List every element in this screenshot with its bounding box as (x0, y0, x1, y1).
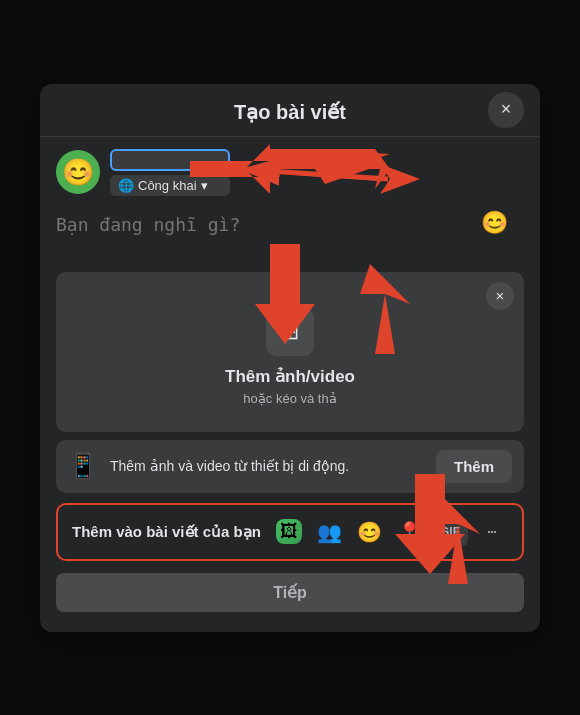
avatar: 😊 (56, 150, 100, 194)
media-upload-area[interactable]: × ⊞ Thêm ảnh/video hoặc kéo và thả (56, 272, 524, 432)
add-to-post-row: Thêm vào bài viết của bạn 🖼 👥 😊 📍 (56, 503, 524, 561)
upload-icon-box: ⊞ (266, 308, 314, 356)
privacy-chevron-icon: ▾ (201, 178, 208, 193)
mobile-add-row: 📱 Thêm ảnh và video từ thiết bị di động.… (56, 440, 524, 493)
privacy-globe-icon: 🌐 (118, 178, 134, 193)
location-icon[interactable]: 📍 (392, 515, 426, 549)
mobile-device-icon: 📱 (68, 452, 98, 480)
more-options-icon[interactable]: ··· (474, 515, 508, 549)
tag-people-icon[interactable]: 👥 (312, 515, 346, 549)
modal-header: Tạo bài viết × (40, 84, 540, 137)
user-info: 🌐 Công khai ▾ (110, 149, 230, 196)
mobile-add-button[interactable]: Thêm (436, 450, 512, 483)
post-text-input[interactable] (56, 210, 524, 264)
user-row: 😊 🌐 Công khai ▾ (56, 149, 524, 196)
mobile-add-text: Thêm ảnh và video từ thiết bị di động. (110, 458, 424, 474)
emoji-picker-button[interactable]: 😊 (481, 210, 508, 236)
user-name-box (110, 149, 230, 171)
modal-body: 😊 🌐 Công khai ▾ 😊 (40, 137, 540, 632)
post-action-icons: 🖼 👥 😊 📍 GIF (272, 515, 508, 549)
upload-title: Thêm ảnh/video (225, 366, 355, 387)
media-upload-close-button[interactable]: × (486, 282, 514, 310)
privacy-button[interactable]: 🌐 Công khai ▾ (110, 175, 230, 196)
add-to-post-label: Thêm vào bài viết của bạn (72, 523, 262, 541)
modal-title: Tạo bài viết (234, 101, 346, 123)
upload-subtitle: hoặc kéo và thả (243, 391, 336, 406)
gif-label: GIF (440, 525, 460, 539)
gif-icon[interactable]: GIF (432, 518, 468, 546)
privacy-label: Công khai (138, 178, 197, 193)
continue-button[interactable]: Tiếp (56, 573, 524, 612)
feeling-icon[interactable]: 😊 (352, 515, 386, 549)
post-input-row: 😊 (56, 206, 524, 268)
close-button[interactable]: × (488, 92, 524, 128)
upload-plus-icon: ⊞ (281, 319, 299, 345)
photo-video-icon[interactable]: 🖼 (272, 515, 306, 549)
create-post-modal: Tạo bài viết × 😊 🌐 Công khai ▾ (40, 84, 540, 632)
more-dots: ··· (486, 521, 495, 542)
